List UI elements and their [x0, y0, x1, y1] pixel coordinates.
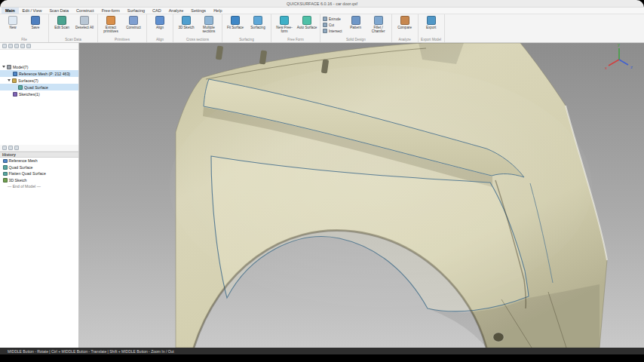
fit-surface-button[interactable]: Fit Surface — [225, 15, 246, 29]
extract-primitives-icon — [106, 16, 115, 25]
quad-surface-icon — [3, 165, 8, 170]
ribbon-group-label: Align — [149, 37, 170, 42]
ribbon-group-file: New Save File — [0, 14, 49, 42]
edit-scan-button[interactable]: Edit Scan — [51, 15, 72, 29]
intersect-item[interactable]: Intersect — [323, 29, 342, 33]
flatten-quad-surface-icon — [3, 172, 8, 176]
button-label: Auto Surface — [297, 26, 317, 29]
3d-viewport-canvas[interactable]: x y z — [79, 43, 644, 348]
menu-surfacing[interactable]: Surfacing — [124, 8, 149, 14]
tree-item-surfaces[interactable]: Surfaces(7) — [0, 77, 78, 84]
tree-item-label: Reference Mesh (P: 212 463) — [19, 72, 70, 76]
ribbon-group-cross-sections: 3D Sketch Multiple sections Cross sectio… — [173, 14, 222, 42]
tree-tool-icon[interactable] — [14, 44, 19, 48]
tree-tool-icon[interactable] — [20, 44, 25, 48]
ribbon-group-primitives: Extract primitives Construct Primitives — [98, 14, 147, 42]
deselect-all-button[interactable]: Deselect All — [74, 15, 95, 29]
align-icon — [155, 16, 164, 25]
history-item-3d-sketch[interactable]: 3D Sketch — [0, 177, 78, 184]
history-item-quad-surface[interactable]: Quad Surface — [0, 164, 78, 171]
extrude-item[interactable]: Extrude — [323, 17, 342, 21]
auto-surface-button[interactable]: Auto Surface — [296, 15, 317, 29]
menu-cad[interactable]: CAD — [149, 8, 165, 14]
surfacing-button[interactable]: Surfacing — [247, 15, 268, 29]
tree-tool-icon[interactable] — [8, 44, 13, 48]
menu-free-form[interactable]: Free-form — [98, 8, 124, 14]
history-item-label: Flatten Quad Surface — [9, 171, 46, 176]
history-item-flatten-quad-surface[interactable]: Flatten Quad Surface — [0, 170, 78, 177]
history-header: History — [0, 152, 78, 158]
ribbon-group-free-form: New Free-form Auto Surface Free Form — [271, 14, 320, 42]
tree-item-quad-surface[interactable]: Quad Surface — [0, 84, 78, 90]
save-button[interactable]: Save — [25, 15, 46, 29]
multiple-sections-button[interactable]: Multiple sections — [198, 15, 219, 34]
expand-icon[interactable] — [8, 79, 11, 81]
construct-button[interactable]: Construct — [123, 15, 144, 29]
pattern-button[interactable]: Pattern — [345, 15, 366, 29]
menu-analyze[interactable]: Analyze — [165, 8, 188, 14]
menu-bar: Main Edit / View Scan Data Construct Fre… — [0, 8, 644, 14]
sketch-3d-button[interactable]: 3D Sketch — [176, 15, 197, 29]
cut-item[interactable]: Cut — [323, 23, 342, 27]
tree-item-sketches[interactable]: Sketches(1) — [0, 90, 78, 97]
sketch-icon — [3, 178, 8, 183]
tree-item-label: Quad Surface — [24, 85, 48, 90]
fillet-chamfer-icon — [374, 16, 383, 25]
fillet-chamfer-button[interactable]: Fillet / Chamfer — [368, 15, 389, 34]
tree-tool-icon[interactable] — [2, 44, 7, 48]
intersect-icon — [323, 29, 327, 33]
expand-icon[interactable] — [2, 66, 5, 68]
quad-surface-icon — [18, 85, 23, 90]
extract-primitives-button[interactable]: Extract primitives — [100, 15, 121, 34]
item-label: Intersect — [329, 29, 342, 33]
ribbon-group-solid-design: Extrude Cut Intersect Pattern — [320, 14, 392, 42]
export-button[interactable]: Export — [421, 15, 442, 29]
y-axis-label: y — [618, 43, 620, 47]
ribbon-group-label: Solid Design — [323, 37, 389, 42]
left-panel-empty-area — [0, 190, 78, 348]
history-tool-icon[interactable] — [14, 146, 19, 150]
menu-settings[interactable]: Settings — [187, 8, 210, 14]
compare-button[interactable]: Compare — [394, 15, 416, 29]
save-icon — [31, 16, 40, 25]
tree-item-model[interactable]: Model(7) — [0, 63, 78, 70]
menu-edit-view[interactable]: Edit / View — [19, 8, 46, 14]
button-label: New — [9, 26, 16, 29]
mesh-icon — [3, 159, 8, 164]
history-tool-icon[interactable] — [2, 146, 7, 150]
app-window: QUICKSURFACE 6.0.16 - car door.qsf Main … — [0, 0, 644, 362]
3d-viewport[interactable]: x y z — [79, 43, 644, 348]
button-label: Compare — [397, 26, 412, 29]
ribbon-group-analyze: Compare Analyze — [392, 14, 419, 42]
menu-construct[interactable]: Construct — [72, 8, 98, 14]
solid-design-stack: Extrude Cut Intersect — [323, 15, 342, 33]
tree-item-reference-mesh[interactable]: Reference Mesh (P: 212 463) — [0, 70, 78, 77]
ribbon-group-label: Primitives — [100, 37, 144, 42]
pattern-icon — [351, 16, 360, 25]
button-label: Surfacing — [250, 26, 265, 29]
button-label: Export — [426, 26, 436, 29]
align-button[interactable]: Align — [149, 15, 170, 29]
new-button[interactable]: New — [2, 15, 23, 29]
multiple-sections-icon — [204, 16, 213, 25]
sketch-3d-icon — [182, 16, 191, 25]
ribbon-group-surfacing: Fit Surface Surfacing Surfacing — [222, 14, 271, 42]
menu-scan-data[interactable]: Scan Data — [45, 8, 72, 14]
menu-help[interactable]: Help — [210, 8, 225, 14]
button-label: New Free-form — [274, 26, 295, 34]
button-label: Extract primitives — [100, 26, 121, 34]
x-axis-label: x — [605, 66, 607, 70]
auto-surface-icon — [302, 16, 311, 25]
new-file-icon — [8, 16, 17, 25]
new-freeform-button[interactable]: New Free-form — [274, 15, 295, 34]
history-item-reference-mesh[interactable]: Reference Mesh — [0, 158, 78, 164]
button-label: Edit Scan — [54, 26, 69, 29]
menu-main[interactable]: Main — [2, 8, 19, 14]
extrude-icon — [323, 17, 327, 21]
tree-tool-icon[interactable] — [26, 44, 31, 48]
history-tool-icon[interactable] — [8, 146, 13, 150]
ribbon-group-label: Cross sections — [176, 37, 219, 42]
ribbon-group-label: Scan Data — [51, 37, 95, 42]
tree-item-label: Model(7) — [13, 65, 28, 69]
history-end-of-model-marker[interactable]: — End of Model — — [0, 183, 78, 190]
